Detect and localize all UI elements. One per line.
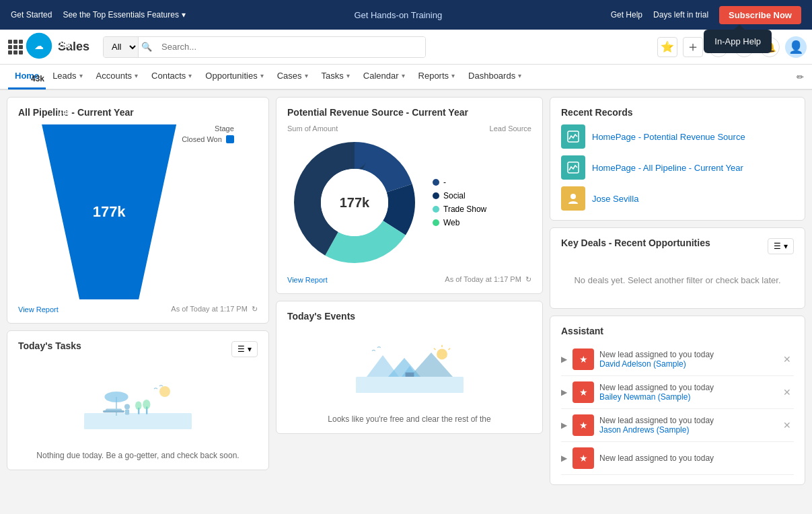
svg-line-26 [434,348,435,350]
closed-won-legend: Closed Won [182,135,234,143]
todays-tasks-card: Today's Tasks ☰ ▾ [7,330,269,470]
all-pipeline-footer: View Report As of Today at 1:17 PM ↻ [18,305,258,314]
svg-point-13 [143,400,150,409]
assistant-text-0: New lead assigned to you today David Ade… [599,350,775,369]
favorites-button[interactable]: ⭐ [657,37,677,57]
all-pipeline-view-report[interactable]: View Report [18,305,59,314]
assistant-name-0[interactable]: David Adelson (Sample) [599,359,775,369]
nav-accounts[interactable]: Accounts ▾ [89,64,145,89]
assistant-text-3: New lead assigned to you today [599,453,794,463]
funnel-legend-panel: Stage Closed Won [182,124,234,143]
all-pipeline-timestamp: As of Today at 1:17 PM ↻ [171,305,258,314]
nav-contacts[interactable]: Contacts ▾ [145,64,198,89]
assistant-icon-2: ★ [573,414,594,436]
center-column: Potential Revenue Source - Current Year … [276,97,543,507]
funnel-shape: 177k [42,124,176,299]
filter-down-icon: ▾ [784,242,788,251]
svg-point-5 [159,386,170,397]
assistant-text-2: New lead assigned to you today Jason And… [599,416,775,435]
record-icon-0 [561,124,585,149]
assistant-close-1[interactable]: ✕ [780,384,794,400]
cases-chevron-icon: ▾ [305,72,308,79]
assistant-label-0: New lead assigned to you today [599,350,714,359]
nav-edit-icon[interactable]: ✏ [797,72,804,82]
assistant-icon-3: ★ [573,447,594,469]
web-swatch [433,219,439,226]
revenue-source-view-report[interactable]: View Report [287,276,328,284]
assistant-expand-1[interactable]: ▶ [561,388,567,397]
closed-won-label: Closed Won [182,135,222,143]
assistant-expand-2[interactable]: ▶ [561,420,567,430]
key-deals-filter-button[interactable]: ☰ ▾ [768,238,794,254]
donut-center-value: 177k [340,195,370,211]
assistant-expand-3[interactable]: ▶ [561,453,567,463]
nav-opportunities[interactable]: Opportunities ▾ [198,64,270,89]
assistant-name-1[interactable]: Bailey Newman (Sample) [599,392,775,402]
assistant-item-0: ▶ ★ New lead assigned to you today David… [561,343,794,376]
tasks-filter-button[interactable]: ☰ ▾ [231,341,258,357]
svg-point-4 [104,392,128,402]
subscribe-button[interactable]: Subscribe Now [719,6,801,24]
svg-rect-28 [405,373,414,377]
svg-rect-7 [103,410,124,412]
assistant-expand-0[interactable]: ▶ [561,355,567,364]
assistant-close-2[interactable]: ✕ [780,417,794,433]
assistant-close-0[interactable]: ✕ [780,351,794,367]
events-empty-illustration [287,328,531,409]
leads-chevron-icon: ▾ [79,72,83,79]
app-launcher-button[interactable] [5,37,26,57]
nav-calendar[interactable]: Calendar ▾ [357,64,412,89]
search-input[interactable] [155,37,425,57]
get-started-link[interactable]: Get Started [11,10,52,20]
get-help-link[interactable]: Get Help [611,10,642,20]
nav-cases[interactable]: Cases ▾ [270,64,315,89]
donut-container: 177k - Social Trade Show [287,135,531,270]
add-button[interactable]: ＋ [683,37,703,57]
all-pipeline-refresh-icon[interactable]: ↻ [252,305,258,313]
salesforce-logo[interactable]: ☁ [26,32,52,61]
top-bar-left: Get Started See the Top Essentials Featu… [11,10,186,20]
assistant-icon-1: ★ [573,381,594,403]
social-swatch [433,192,439,199]
assistant-label-3: New lead assigned to you today [599,453,714,463]
nav-home[interactable]: Home [8,64,46,89]
training-link[interactable]: Get Hands-on Training [354,10,442,20]
search-filter-select[interactable]: All [104,37,139,57]
no-deals-text: No deals yet. Select another filter or c… [561,262,794,299]
svg-point-23 [437,348,447,359]
tasks-empty-text: Nothing due today. Be a go-getter, and c… [18,451,258,460]
assistant-icon-0: ★ [573,348,594,370]
tasks-header: Today's Tasks ☰ ▾ [18,340,258,358]
nav-tasks[interactable]: Tasks ▾ [315,64,357,89]
filter-icon: ☰ [237,344,245,354]
nav-reports[interactable]: Reports ▾ [412,64,462,89]
all-pipeline-title: All Pipeline - Current Year [18,107,258,118]
assistant-card: Assistant ▶ ★ New lead assigned to you t… [550,316,805,485]
sum-amount-label: Sum of Amount [287,124,338,133]
assistant-item-3: ▶ ★ New lead assigned to you today [561,442,794,475]
record-icon-2 [561,186,585,211]
legend-social: Social [433,191,486,200]
accounts-chevron-icon: ▾ [135,72,138,79]
nav-dashboards[interactable]: Dashboards ▾ [462,64,528,89]
right-column: Recent Records HomePage - Potential Reve… [550,97,805,507]
top-features-dropdown[interactable]: See the Top Essentials Features ▾ [63,10,186,20]
content-area: All Pipeline - Current Year 177k Stage C… [0,90,812,514]
all-pipeline-card: All Pipeline - Current Year 177k Stage C… [7,97,269,324]
recent-record-link-1[interactable]: HomePage - All Pipeline - Current Year [592,163,743,173]
assistant-title: Assistant [561,326,794,336]
recent-record-link-2[interactable]: Jose Sevilla [592,194,638,204]
svg-point-8 [124,404,130,409]
assistant-name-2[interactable]: Jason Andrews (Sample) [599,425,775,435]
nav-leads[interactable]: Leads ▾ [46,64,89,89]
assistant-label-2: New lead assigned to you today [599,416,714,425]
recent-record-link-0[interactable]: HomePage - Potential Revenue Source [592,132,745,142]
revenue-source-footer: View Report As of Today at 1:17 PM ↻ [287,275,531,284]
trade-show-swatch [433,206,439,213]
legend-web: Web [433,218,486,227]
revenue-refresh-icon[interactable]: ↻ [525,275,531,283]
user-avatar[interactable]: 👤 [785,36,807,58]
contacts-chevron-icon: ▾ [188,72,192,79]
record-icon-1 [561,155,585,180]
funnel-value: 177k [93,203,126,221]
